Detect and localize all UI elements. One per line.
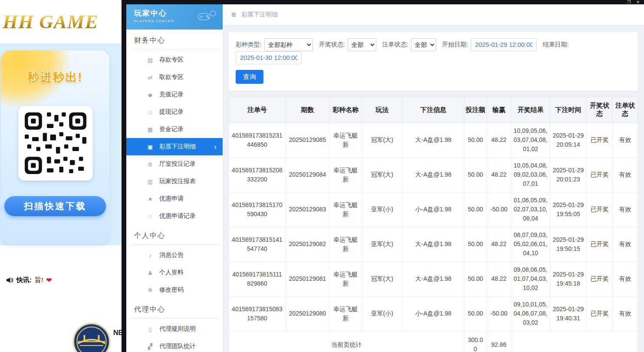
cell-bet-info: 大-A盘@1.98 bbox=[403, 262, 464, 296]
cell-bet-no: 401569173815141547740 bbox=[229, 227, 286, 262]
sidebar-item-lottery-bet-details[interactable]: ▣彩票下注明细› bbox=[126, 138, 223, 155]
cell-draw-status: 已开奖 bbox=[587, 262, 613, 296]
sidebar-item-deposit-zone[interactable]: ▤存款专区 bbox=[126, 51, 223, 69]
content-area: 彩种类型: 全部彩种 开奖状态: 全部 注单状态: 全部 开始日期: bbox=[223, 25, 644, 352]
sidebar-item-agent-team-stats[interactable]: ▞代理团队统计 bbox=[126, 338, 223, 352]
sidebar-section-heading: 代理中心 bbox=[130, 299, 219, 319]
sidebar-item-promo-apply-records[interactable]: ☆优惠申请记录 bbox=[126, 207, 223, 225]
withdraw-icon: ⇄ bbox=[146, 74, 154, 81]
cell-bet-status: 有效 bbox=[613, 192, 638, 227]
cell-bet-no: 401569173815208332200 bbox=[229, 158, 286, 192]
lottery-type-select[interactable]: 全部彩种 bbox=[264, 38, 313, 51]
bell-icon: ♪ bbox=[146, 252, 154, 259]
sidebar-item-label: 个人资料 bbox=[159, 269, 184, 276]
cell-lottery-name: 幸运飞艇新 bbox=[330, 227, 362, 262]
sidebar-item-profile[interactable]: ♟个人资料 bbox=[126, 264, 223, 281]
cell-bet-amount: 50.00 bbox=[464, 123, 487, 158]
lottery-type-label: 彩种类型: bbox=[236, 41, 262, 49]
cell-bet-amount: 50.00 bbox=[464, 192, 487, 227]
cell-lottery-name: 幸运飞艇新 bbox=[330, 296, 362, 331]
cell-draw-result: 01,06,05,09,02,07,03,10,08,04 bbox=[511, 192, 550, 227]
sidebar-item-funds-records[interactable]: ▦资金记录 bbox=[126, 121, 223, 138]
restore-window-icon[interactable]: ❐ bbox=[627, 0, 631, 4]
overlay-shade bbox=[122, 0, 126, 352]
cell-bet-status: 有效 bbox=[613, 262, 638, 296]
sidebar-nav: 财务中心▤存款专区⇄取款专区◆充值记录◇提现记录▦资金记录▣彩票下注明细›≣厅室… bbox=[126, 30, 223, 352]
speaker-icon bbox=[6, 277, 13, 283]
cell-bet-amount: 50.00 bbox=[464, 296, 487, 331]
sidebar-item-label: 取款专区 bbox=[159, 73, 184, 81]
col-play-type: 玩法 bbox=[362, 97, 403, 123]
filter-panel: 彩种类型: 全部彩种 开奖状态: 全部 注单状态: 全部 开始日期: bbox=[229, 32, 638, 91]
end-date-input[interactable] bbox=[236, 51, 302, 64]
sidebar-item-label: 消息公告 bbox=[159, 251, 184, 259]
sidebar-item-label: 彩票下注明细 bbox=[159, 143, 196, 151]
close-window-icon[interactable]: ✕ bbox=[636, 0, 640, 4]
hamburger-icon[interactable]: ≡ bbox=[231, 10, 236, 20]
start-date-input[interactable] bbox=[471, 38, 537, 51]
draw-status-select[interactable]: 全部 bbox=[348, 38, 376, 51]
table-row: 40156917381508315758020250129080幸运飞艇新亚军(… bbox=[229, 296, 638, 331]
start-date-label: 开始日期: bbox=[442, 41, 468, 49]
summary-win-loss: 92.86 bbox=[487, 331, 511, 352]
summary-bet-amount: 300.00 bbox=[464, 331, 487, 352]
sidebar-item-label: 优惠申请 bbox=[159, 195, 184, 203]
download-button[interactable]: 扫描快速下载 bbox=[4, 196, 106, 216]
cell-win-loss: 48.22 bbox=[487, 262, 511, 296]
withdrawal-record-icon: ◇ bbox=[146, 109, 154, 115]
heart-icon: ❤ bbox=[46, 276, 52, 284]
sidebar-item-label: 充值记录 bbox=[159, 91, 184, 99]
bets-table: 注单号 期数 彩种名称 玩法 下注信息 投注额 输赢 开奖结果 下注时间 开奖状… bbox=[229, 97, 638, 352]
col-bet-info: 下注信息 bbox=[403, 97, 464, 123]
cell-play-type: 冠军(大) bbox=[362, 123, 403, 158]
sidebar-item-withdraw-zone[interactable]: ⇄取款专区 bbox=[126, 69, 223, 86]
cell-draw-result: 09,08,06,05,01,07,04,03,10,02 bbox=[511, 262, 550, 296]
content-topbar: ≡ 彩票下注明细 bbox=[223, 4, 644, 25]
query-button[interactable]: 查询 bbox=[236, 70, 263, 84]
sidebar-item-announcements[interactable]: ♪消息公告 bbox=[126, 247, 223, 264]
page-title: 彩票下注明细 bbox=[241, 11, 278, 19]
cell-win-loss: -50.00 bbox=[487, 296, 511, 331]
site-logo: HH GAME bbox=[3, 10, 99, 33]
table-row: 40156917381517059043020250129083幸运飞艇新亚军(… bbox=[229, 192, 638, 227]
sidebar-item-player-bet-report[interactable]: ▥玩家投注报表 bbox=[126, 173, 223, 190]
cell-bet-no: 401569173815231446850 bbox=[229, 123, 286, 158]
hall-bet-record-icon: ≣ bbox=[146, 161, 154, 168]
user-icon: ♟ bbox=[146, 270, 154, 276]
col-bet-no: 注单号 bbox=[229, 97, 286, 123]
sidebar-item-agent-rules[interactable]: ▯代理规则说明 bbox=[126, 320, 223, 338]
cell-bet-no: 401569173815170590430 bbox=[229, 192, 286, 227]
promo-card: 秒进秒出! bbox=[1, 50, 109, 244]
cell-bet-amount: 50.00 bbox=[464, 227, 487, 262]
cell-draw-result: 10,09,05,06,03,07,04,08,01,02 bbox=[511, 123, 550, 158]
cell-period: 20250129082 bbox=[286, 227, 330, 262]
sidebar-item-withdrawal-records[interactable]: ◇提现记录 bbox=[126, 103, 223, 121]
cell-play-type: 亚军(小) bbox=[362, 192, 403, 227]
cell-lottery-name: 幸运飞艇新 bbox=[330, 192, 362, 227]
sidebar-item-change-password[interactable]: ✻修改密码 bbox=[126, 281, 223, 299]
col-bet-amount: 投注额 bbox=[464, 97, 487, 123]
bet-status-select[interactable]: 全部 bbox=[411, 38, 436, 51]
sidebar-item-promo-apply[interactable]: ★优惠申请 bbox=[126, 190, 223, 207]
sidebar-item-hall-bet-records[interactable]: ≣厅室投注记录 bbox=[126, 155, 223, 173]
sidebar-item-label: 提现记录 bbox=[159, 108, 184, 116]
cell-bet-amount: 50.00 bbox=[464, 262, 487, 296]
window-titlebar: ❐ ✕ bbox=[126, 0, 644, 4]
site-header: HH GAME bbox=[0, 0, 122, 43]
cell-draw-result: 10,05,04,08,09,02,03,06,07,01 bbox=[511, 158, 550, 192]
promo-apply-icon: ★ bbox=[146, 196, 154, 202]
sidebar-item-label: 厅室投注记录 bbox=[159, 160, 196, 168]
table-row: 40156917381520833220020250129084幸运飞艇新冠军(… bbox=[229, 158, 638, 192]
cell-lottery-name: 幸运飞艇新 bbox=[330, 262, 362, 296]
cell-draw-result: 08,07,09,03,05,02,06,01,04,10 bbox=[511, 227, 550, 262]
cell-bet-status: 有效 bbox=[613, 158, 638, 192]
promo-apply-record-icon: ☆ bbox=[146, 213, 154, 220]
cell-bet-info: 大-A盘@1.98 bbox=[403, 158, 464, 192]
cell-bet-status: 有效 bbox=[613, 227, 638, 262]
sidebar-item-label: 修改密码 bbox=[159, 286, 184, 294]
sidebar-item-label: 优惠申请记录 bbox=[159, 212, 196, 220]
qr-code bbox=[25, 112, 86, 174]
sidebar-item-recharge-records[interactable]: ◆充值记录 bbox=[126, 86, 223, 103]
sidebar: 玩家中心 PLAYERS CENTER 财务中心▤存款专区⇄取款专区◆充值记录◇… bbox=[126, 4, 223, 352]
summary-empty bbox=[511, 331, 638, 352]
